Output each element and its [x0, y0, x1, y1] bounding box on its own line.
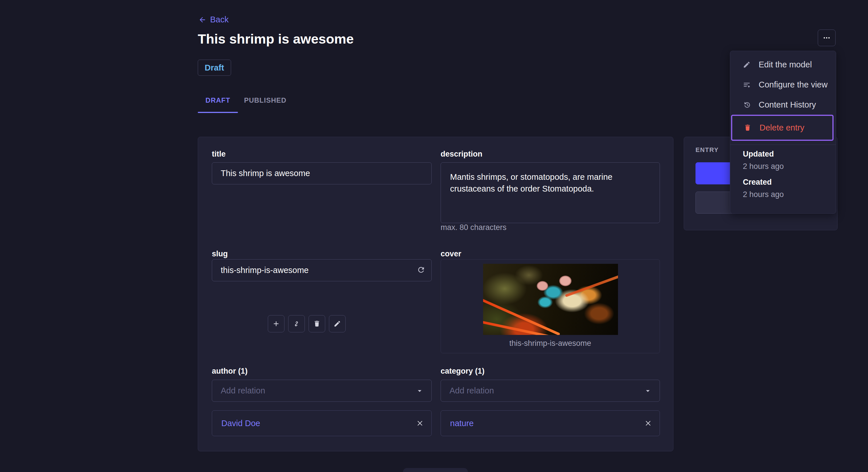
ellipsis-icon: [823, 34, 831, 42]
trash-icon: [744, 124, 751, 132]
menu-item-configure-view[interactable]: Configure the view: [730, 74, 836, 95]
delete-asset-button[interactable]: [309, 315, 325, 332]
edit-asset-button[interactable]: [329, 315, 346, 332]
bottom-widget-pill[interactable]: [403, 468, 468, 472]
description-textarea[interactable]: Mantis shrimps, or stomatopods, are mari…: [441, 162, 660, 223]
title-input[interactable]: [212, 162, 432, 184]
add-asset-button[interactable]: [268, 315, 284, 332]
link-icon: [292, 320, 301, 328]
menu-item-edit-model[interactable]: Edit the model: [730, 55, 836, 74]
chevron-down-icon: [415, 386, 424, 395]
created-value: 2 hours ago: [743, 190, 784, 199]
pencil-icon: [334, 320, 341, 328]
trash-icon: [313, 320, 321, 328]
menu-item-label: Content History: [758, 100, 816, 109]
history-icon: [743, 101, 751, 109]
menu-divider: [730, 144, 836, 145]
created-label: Created: [743, 178, 784, 187]
updated-meta: Updated 2 hours ago: [743, 150, 784, 171]
author-select-placeholder: Add relation: [221, 386, 265, 396]
slug-field: [212, 259, 432, 281]
content-manager-page: KD Content Manager COLLECTION TYPES 4 Ar…: [0, 0, 868, 472]
entry-form-card: title description Mantis shrimps, or sto…: [198, 137, 673, 451]
description-field-label: description: [441, 150, 483, 159]
relation-link[interactable]: nature: [450, 419, 474, 428]
updated-label: Updated: [743, 150, 784, 159]
cover-filename: this-shrimp-is-awesome: [441, 339, 660, 348]
category-select-placeholder: Add relation: [450, 386, 494, 396]
entry-panel-label: ENTRY: [695, 146, 719, 154]
back-link[interactable]: Back: [198, 15, 228, 24]
main-content: Back This shrimp is awesome Draft DRAFT …: [0, 0, 868, 472]
category-field-label: category (1): [441, 367, 485, 376]
remove-category-relation-button[interactable]: [644, 419, 652, 427]
author-relation-select[interactable]: Add relation: [212, 380, 432, 402]
cover-field-label: cover: [441, 249, 461, 258]
regenerate-slug-button[interactable]: [417, 266, 425, 274]
cover-actions-toolbar: [268, 315, 346, 332]
close-icon: [644, 419, 652, 427]
page-title: This shrimp is awesome: [198, 31, 353, 47]
created-meta: Created 2 hours ago: [743, 178, 784, 199]
close-icon: [416, 419, 424, 427]
entry-actions-menu: Edit the model Configure the view Conten…: [730, 51, 836, 214]
copy-link-button[interactable]: [288, 315, 305, 332]
category-relation-select[interactable]: Add relation: [441, 380, 660, 402]
updated-value: 2 hours ago: [743, 162, 784, 171]
slug-input[interactable]: [212, 259, 432, 281]
back-arrow-icon: [198, 16, 206, 24]
author-field-label: author (1): [212, 367, 248, 376]
pencil-icon: [743, 61, 751, 69]
menu-item-label: Edit the model: [758, 60, 812, 69]
author-relation-item: David Doe: [212, 410, 432, 436]
tab-draft[interactable]: DRAFT: [198, 95, 238, 106]
menu-item-label: Delete entry: [760, 123, 804, 133]
status-badge: Draft: [198, 60, 231, 76]
remove-author-relation-button[interactable]: [416, 419, 424, 427]
description-hint: max. 80 characters: [441, 223, 507, 232]
menu-item-label: Configure the view: [758, 80, 828, 90]
menu-item-delete-entry[interactable]: Delete entry: [732, 116, 832, 140]
cover-image[interactable]: [483, 264, 618, 335]
slug-field-label: slug: [212, 249, 228, 258]
refresh-icon: [417, 266, 425, 274]
chevron-down-icon: [644, 386, 652, 395]
more-actions-button[interactable]: [818, 30, 836, 46]
active-tab-underline: [198, 112, 238, 113]
cover-image-detail: [565, 273, 618, 297]
back-label: Back: [210, 15, 228, 24]
title-field-label: title: [212, 150, 226, 159]
relation-link[interactable]: David Doe: [221, 419, 260, 428]
tab-published[interactable]: PUBLISHED: [241, 95, 290, 106]
focused-menu-item-ring: Delete entry: [731, 115, 834, 141]
category-relation-item: nature: [441, 410, 660, 436]
add-icon: [272, 320, 280, 328]
configure-icon: [743, 81, 751, 89]
menu-item-content-history[interactable]: Content History: [730, 95, 836, 115]
